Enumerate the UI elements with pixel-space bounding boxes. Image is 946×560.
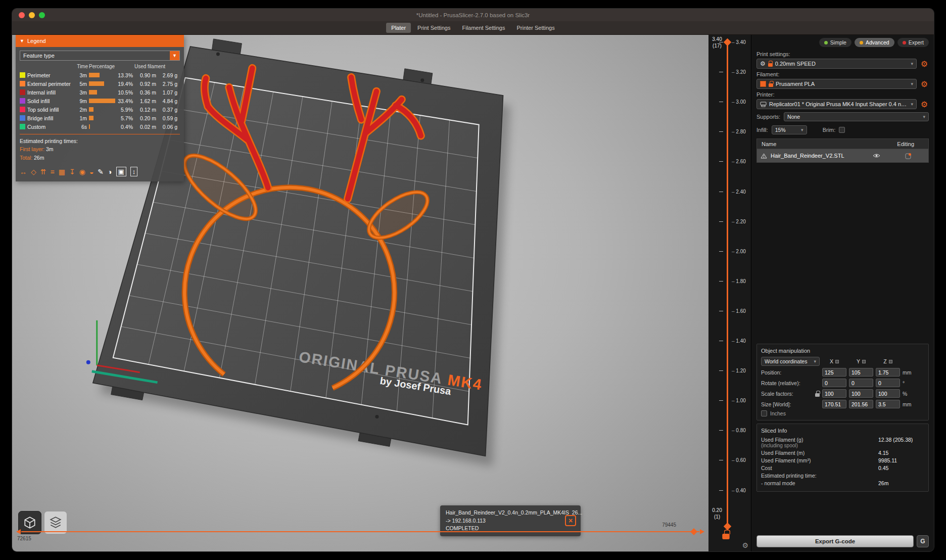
layer-tick[interactable]: 1.60 [708, 308, 751, 313]
layer-tick[interactable]: 2.40 [708, 189, 751, 194]
tick-dash [719, 192, 723, 192]
slider-settings-gear-icon[interactable]: ⚙ [742, 541, 748, 549]
tick-label: 2.20 [732, 219, 746, 224]
tool-drag-icon[interactable]: ↕ [130, 167, 138, 176]
manip-input-y[interactable]: 0 [849, 379, 873, 387]
tool-color-icon[interactable]: ◉ [79, 168, 85, 175]
slider-lock-button[interactable] [724, 531, 728, 540]
object-list-row[interactable]: Hair_Band_Reindeer_V2.STL [756, 149, 929, 163]
manip-input-z[interactable]: 0 [876, 379, 900, 387]
scale-lock-icon[interactable] [815, 393, 820, 397]
viewport-3d[interactable]: ORIGINAL PRUSA MK4 by Josef Prusa [12, 35, 708, 551]
tool-move-icon[interactable]: ↔ [20, 168, 27, 175]
layer-tick[interactable]: 1.80 [708, 278, 751, 284]
manip-input-x[interactable]: 170.51 [822, 400, 846, 408]
layer-tick[interactable]: 0.80 [708, 428, 751, 433]
brim-checkbox[interactable] [839, 127, 845, 133]
legend-column-headers: Time Percentage Used filament [20, 64, 180, 69]
feature-bar-fill [89, 81, 104, 86]
visibility-eye-icon[interactable] [873, 153, 880, 158]
layer-slider-track[interactable] [727, 42, 728, 527]
filament-combo[interactable]: Prusament PLA ▾ [756, 79, 917, 89]
moves-slider[interactable]: 72615 79445 [16, 529, 704, 535]
close-window-button[interactable] [19, 12, 25, 18]
legend-header[interactable]: ▼ Legend [16, 35, 184, 47]
edit-print-settings-gear[interactable]: ⚙ [920, 59, 929, 69]
feature-time: 2m [75, 107, 88, 113]
inches-label: Inches [770, 410, 786, 416]
printer-combo[interactable]: Replicator01 * Original Prusa MK4 Input … [756, 99, 917, 109]
layer-slider[interactable]: 3.40 (17) 3.403.203.002.802.602.402.202.… [708, 35, 751, 551]
view-type-combo[interactable]: Feature type ▼ [20, 51, 180, 61]
manip-input-z[interactable]: 1.75 [876, 368, 900, 377]
supports-combo[interactable]: None ▾ [784, 112, 929, 121]
feature-weight: 2.69 g [158, 72, 179, 78]
manip-input-y[interactable]: 100 [849, 389, 873, 398]
layer-tick[interactable]: 1.20 [708, 368, 751, 373]
tick-dash [719, 490, 723, 491]
slider-right-arrow-icon[interactable] [700, 529, 704, 534]
layer-tick[interactable]: 3.20 [708, 69, 751, 74]
tick-dash [719, 460, 723, 460]
manip-input-x[interactable]: 125 [822, 368, 846, 377]
tab-filament-settings[interactable]: Filament Settings [457, 23, 510, 33]
minimize-window-button[interactable] [29, 12, 35, 18]
axis-letter: X [830, 358, 833, 364]
manip-input-z[interactable]: 100 [876, 389, 900, 398]
layer-tick[interactable]: 2.20 [708, 219, 751, 224]
tool-chevrons-icon[interactable]: ⇈ [40, 168, 46, 175]
slider-left-arrow-icon[interactable] [16, 529, 21, 534]
tick-label: 3.40 [732, 39, 746, 45]
layer-tick[interactable]: 3.00 [708, 99, 751, 104]
layer-tick[interactable]: 2.60 [708, 159, 751, 164]
layer-tick[interactable]: 2.00 [708, 249, 751, 254]
tab-plater[interactable]: Plater [386, 23, 411, 33]
combo-dropdown-icon[interactable]: ▼ [170, 51, 179, 60]
object-editing-icon[interactable] [905, 153, 912, 159]
layer-tick[interactable]: 1.40 [708, 338, 751, 343]
manip-input-y[interactable]: 201.56 [849, 400, 873, 408]
tab-printer-settings[interactable]: Printer Settings [511, 23, 559, 33]
export-gcode-button[interactable]: Export G-code [756, 535, 914, 547]
tool-grid-icon[interactable]: ▦ [59, 168, 65, 175]
manip-input-x[interactable]: 0 [822, 379, 846, 387]
layer-tick[interactable]: 1.00 [708, 398, 751, 403]
layer-tick[interactable]: 2.80 [708, 129, 751, 134]
toast-close-button[interactable]: × [565, 515, 576, 526]
toast-filename: Hair_Band_Reindeer_V2_0.4n_0.2mm_PLA_MK4… [446, 509, 559, 517]
mode-simple[interactable]: Simple [819, 38, 852, 47]
layer-tick[interactable]: 3.40 [708, 39, 751, 44]
edit-filament-gear[interactable]: ⚙ [920, 79, 929, 89]
feature-label: Top solid infill [27, 107, 75, 113]
gcode-file-icon[interactable]: G [917, 535, 929, 547]
tick-label: 0.60 [732, 457, 746, 463]
tool-edit-icon[interactable]: ✎ [98, 168, 104, 175]
infill-combo[interactable]: 15% ▾ [772, 125, 807, 134]
tool-time-icon[interactable]: ◒ [89, 168, 93, 175]
tool-hexagon-icon[interactable]: ◇ [31, 168, 36, 175]
mode-expert[interactable]: Expert [897, 38, 929, 47]
tool-sphere-icon[interactable]: ◑ [108, 168, 112, 175]
print-settings-combo[interactable]: ⚙ 0.20mm SPEED ▾ [756, 59, 917, 69]
maximize-window-button[interactable] [39, 12, 45, 18]
mode-advanced[interactable]: Advanced [855, 38, 894, 47]
manip-input-x[interactable]: 100 [822, 389, 846, 398]
layer-tick[interactable]: 0.60 [708, 457, 751, 462]
inches-checkbox[interactable] [761, 410, 767, 416]
manip-input-y[interactable]: 105 [849, 368, 873, 377]
tab-print-settings[interactable]: Print Settings [412, 23, 455, 33]
layer-tick[interactable]: 0.40 [708, 488, 751, 493]
tool-cube-icon[interactable]: ▣ [116, 167, 126, 176]
manip-input-z[interactable]: 3.5 [876, 400, 900, 408]
manip-unit: ° [903, 380, 916, 386]
tool-layers-icon[interactable]: ≡ [51, 168, 55, 175]
tool-download-icon[interactable]: ↧ [69, 168, 75, 175]
moves-slider-handle[interactable] [690, 528, 697, 535]
edit-printer-gear[interactable]: ⚙ [920, 100, 929, 109]
coordinates-combo[interactable]: World coordinates ▾ [761, 357, 820, 366]
tick-dash [719, 72, 723, 72]
feature-row-perimeter: Perimeter3m13.3%0.90 m2.69 g [20, 71, 180, 79]
cube-icon [23, 516, 37, 530]
tick-label: 3.20 [732, 69, 746, 75]
moves-slider-track[interactable] [21, 531, 699, 532]
